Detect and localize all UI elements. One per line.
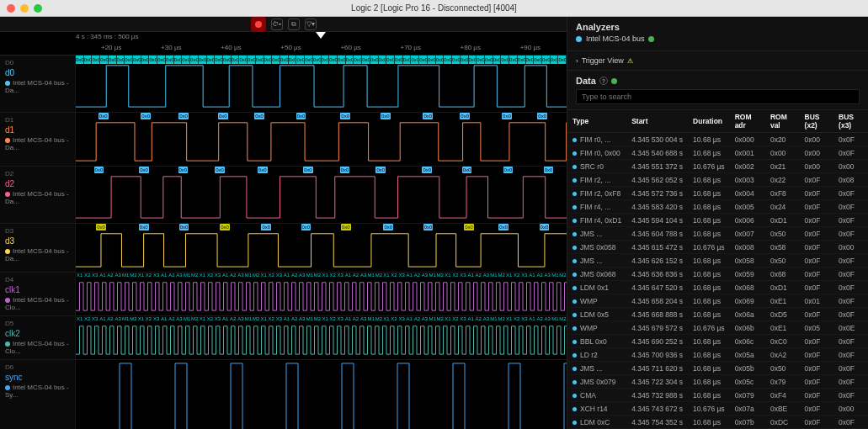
table-cell: 10.68 µs bbox=[688, 335, 730, 348]
table-cell: 0x00 bbox=[800, 133, 834, 146]
table-row[interactable]: JMS 0x0794.345 722 304 s10.68 µs0x05c0x7… bbox=[567, 375, 868, 389]
table-row[interactable]: BBL 0x04.345 690 252 s10.68 µs0x06c0xC00… bbox=[567, 335, 868, 348]
table-cell: 0xF8 bbox=[765, 187, 800, 200]
table-cell: 0x00 bbox=[765, 146, 800, 160]
decoder-annot: 0x0 bbox=[498, 224, 509, 230]
row-dot-icon bbox=[572, 151, 577, 156]
table-cell: 0x0E bbox=[833, 321, 868, 335]
time-ruler[interactable]: 4 s : 345 ms : 500 µs +20 µs+30 µs+40 µs… bbox=[0, 32, 567, 56]
table-cell: 0x0F bbox=[800, 375, 834, 389]
channel-row: D1d1Intel MCS-04 bus - Da...0x00x00x00x0… bbox=[0, 113, 567, 167]
table-cell: 0x0F bbox=[800, 308, 834, 321]
table-cell: 0xA2 bbox=[765, 348, 800, 362]
table-row[interactable]: WMP4.345 679 572 s10.676 µs0x06b0xE10x05… bbox=[567, 321, 868, 335]
table-row[interactable]: LD r24.345 700 936 s10.68 µs0x05a0xA20x0… bbox=[567, 348, 868, 362]
channel-row: D6syncIntel MCS-04 bus - Sy... bbox=[0, 360, 567, 429]
table-row[interactable]: JMS 0x0684.345 636 836 s10.68 µs0x0590x6… bbox=[567, 267, 868, 281]
table-cell: 0x0F bbox=[833, 133, 868, 146]
table-header[interactable]: ROM adr bbox=[730, 110, 765, 133]
table-row[interactable]: LDM 0x14.345 647 520 s10.68 µs0x0680xD10… bbox=[567, 281, 868, 294]
table-cell: 0x0F bbox=[800, 281, 834, 294]
table-header[interactable]: Type bbox=[567, 110, 626, 133]
measure-button[interactable]: ⧉ bbox=[288, 19, 300, 30]
table-row[interactable]: SRC r04.345 551 372 s10.676 µs0x0020x210… bbox=[567, 160, 868, 173]
table-cell: 4.345 540 688 s bbox=[626, 146, 688, 160]
table-cell: CMA bbox=[567, 389, 626, 402]
playhead-marker[interactable] bbox=[316, 32, 326, 39]
table-cell: 10.68 µs bbox=[688, 308, 730, 321]
data-table-wrap[interactable]: TypeStartDurationROM adrROM valBUS (x2)B… bbox=[567, 110, 868, 429]
channel-label[interactable]: D3d3Intel MCS-04 bus - Da... bbox=[0, 224, 76, 272]
table-cell: LDM 0xC bbox=[567, 416, 626, 429]
channel-subtitle: Intel MCS-04 bus - Clo... bbox=[5, 296, 70, 311]
table-row[interactable]: XCH r144.345 743 672 s10.676 µs0x07a0xBE… bbox=[567, 402, 868, 416]
channel-waveform[interactable] bbox=[76, 360, 567, 429]
table-cell: 4.345 690 252 s bbox=[626, 335, 688, 348]
analyzer-item[interactable]: Intel MCS-04 bus bbox=[576, 32, 860, 45]
decoder-annot: 0x0 bbox=[99, 113, 109, 119]
table-row[interactable]: FIM r4, ...4.345 583 420 s10.68 µs0x0050… bbox=[567, 200, 868, 214]
table-cell: 10.68 µs bbox=[688, 187, 730, 200]
table-cell: 0x06b bbox=[730, 321, 765, 335]
channel-label[interactable]: D5clk2Intel MCS-04 bus - Clo... bbox=[0, 316, 76, 359]
trigger-view-toggle[interactable]: › Trigger View ⚠ bbox=[576, 56, 860, 65]
channel-waveform[interactable]: 0x00x00x00x00x00x00x00x00x00x00x00x00x00… bbox=[76, 56, 567, 112]
table-header[interactable]: Duration bbox=[688, 110, 730, 133]
channel-name: clk2 bbox=[5, 329, 70, 338]
table-header[interactable]: BUS (x3) bbox=[833, 110, 868, 133]
decoder-annot: 0x0 bbox=[375, 167, 386, 173]
table-row[interactable]: LDM 0xC4.345 754 352 s10.68 µs0x07b0xDC0… bbox=[567, 416, 868, 429]
table-row[interactable]: JMS ...4.345 626 152 s10.68 µs0x0580x500… bbox=[567, 254, 868, 267]
search-input[interactable] bbox=[576, 89, 860, 104]
table-cell: 0x0F bbox=[800, 416, 834, 429]
channel-label[interactable]: D4clk1Intel MCS-04 bus - Clo... bbox=[0, 273, 76, 315]
table-row[interactable]: JMS 0x0584.345 615 472 s10.676 µs0x0080x… bbox=[567, 241, 868, 254]
table-cell: 0x0F bbox=[833, 294, 868, 308]
analyzer-status-icon bbox=[648, 36, 654, 42]
channel-label[interactable]: D1d1Intel MCS-04 bus - Da... bbox=[0, 113, 76, 166]
table-row[interactable]: FIM r0, 0x004.345 540 688 s10.68 µs0x001… bbox=[567, 146, 868, 160]
marker-button[interactable]: ▽▾ bbox=[305, 19, 317, 30]
channel-row: D5clk2Intel MCS-04 bus - Clo...X1X2X3A1A… bbox=[0, 316, 567, 360]
channel-waveform[interactable]: 0x00x00x00x00x00x00x00x00x00x00x00x0 bbox=[76, 167, 567, 223]
channel-waveform[interactable]: X1X2X3A1A2A3M1M2X1X2X3A1A2A3M1M2X1X2X3A1… bbox=[76, 273, 567, 315]
table-cell: 10.68 µs bbox=[688, 254, 730, 267]
table-cell: 10.676 µs bbox=[688, 241, 730, 254]
help-icon[interactable]: ? bbox=[599, 77, 608, 85]
table-cell: 0x0F bbox=[833, 200, 868, 214]
table-cell: 4.345 594 104 s bbox=[626, 214, 688, 227]
table-row[interactable]: FIM r0, ...4.345 530 004 s10.68 µs0x0000… bbox=[567, 133, 868, 146]
table-cell: 0xE1 bbox=[765, 321, 800, 335]
channel-waveform[interactable]: X1X2X3A1A2A3M1M2X1X2X3A1A2A3M1M2X1X2X3A1… bbox=[76, 316, 567, 359]
table-row[interactable]: FIM r2, ...4.345 562 052 s10.68 µs0x0030… bbox=[567, 173, 868, 187]
decoder-annot: 0x0 bbox=[258, 167, 268, 173]
table-cell: 0x0F bbox=[800, 214, 834, 227]
table-row[interactable]: CMA4.345 732 988 s10.68 µs0x0790xF40x0F0… bbox=[567, 389, 868, 402]
channel-label[interactable]: D2d2Intel MCS-04 bus - Da... bbox=[0, 167, 76, 223]
table-row[interactable]: JMS ...4.345 604 788 s10.68 µs0x0070x500… bbox=[567, 227, 868, 241]
table-header[interactable]: ROM val bbox=[765, 110, 800, 133]
channel-label[interactable]: D0d0Intel MCS-04 bus - Da... bbox=[0, 56, 76, 112]
table-row[interactable]: LDM 0x54.345 668 888 s10.68 µs0x06a0xD50… bbox=[567, 308, 868, 321]
table-row[interactable]: JMS ...4.345 711 620 s10.68 µs0x05b0x500… bbox=[567, 362, 868, 375]
table-cell: 0x0F bbox=[833, 348, 868, 362]
data-table: TypeStartDurationROM adrROM valBUS (x2)B… bbox=[567, 110, 868, 429]
table-cell: 10.68 µs bbox=[688, 214, 730, 227]
table-cell: 0xD5 bbox=[765, 308, 800, 321]
table-cell: 0xD1 bbox=[765, 214, 800, 227]
table-row[interactable]: FIM r4, 0xD14.345 594 104 s10.68 µs0x006… bbox=[567, 214, 868, 227]
table-cell: 4.345 562 052 s bbox=[626, 173, 688, 187]
channel-waveform[interactable]: 0x00x00x00x00x00x00x00x00x00x00x00x0 bbox=[76, 113, 567, 166]
time-mode-button[interactable]: ⏱▾ bbox=[271, 19, 283, 30]
channel-label[interactable]: D6syncIntel MCS-04 bus - Sy... bbox=[0, 360, 76, 429]
table-header[interactable]: BUS (x2) bbox=[800, 110, 834, 133]
table-row[interactable]: WMP4.345 658 204 s10.68 µs0x0690xE10x010… bbox=[567, 294, 868, 308]
table-row[interactable]: FIM r2, 0xF84.345 572 736 s10.68 µs0x004… bbox=[567, 187, 868, 200]
channel-waveform[interactable]: 0x00x00x00x00x00x00x00x00x00x00x00x0 bbox=[76, 224, 567, 272]
record-button[interactable] bbox=[251, 17, 266, 32]
table-header[interactable]: Start bbox=[626, 110, 688, 133]
table-cell: 0x0F bbox=[800, 362, 834, 375]
table-cell: 0xBE bbox=[765, 402, 800, 416]
toolbar: ⏱▾ ⧉ ▽▾ bbox=[0, 17, 567, 32]
table-cell: 4.345 636 836 s bbox=[626, 267, 688, 281]
